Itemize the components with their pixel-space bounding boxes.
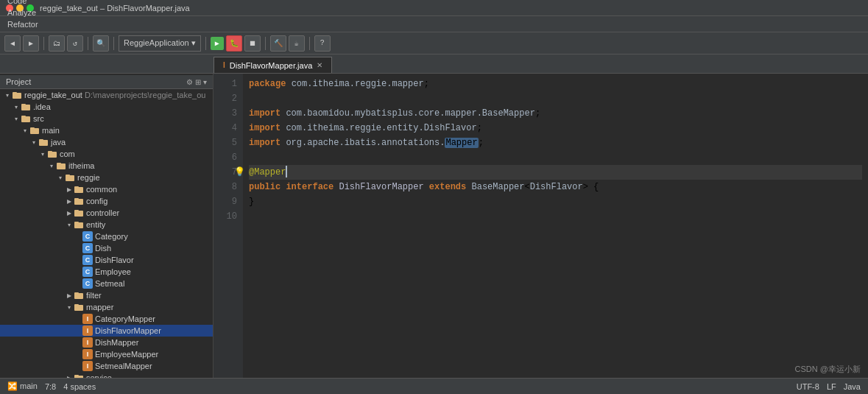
tree-node-label: Setmeal — [95, 279, 124, 288]
menu-item-analyze[interactable]: Analyze — [3, 7, 43, 18]
tree-node-icon: C — [82, 243, 93, 253]
tab-dishflavormapper[interactable]: I DishFlavorMapper.java ✕ — [214, 57, 332, 73]
stop-button[interactable]: ⏹ — [244, 35, 261, 52]
tree-arrow-icon — [74, 314, 82, 323]
tree-node-icon: I — [82, 337, 93, 348]
tree-node[interactable]: ▶common — [0, 183, 213, 195]
tree-node[interactable]: IDishFlavorMapper — [0, 325, 213, 337]
tree-node-label: main — [42, 126, 60, 135]
line-number: 9 — [219, 194, 237, 209]
line-number: 1 — [219, 77, 237, 91]
build-button[interactable]: 🔨 — [270, 35, 286, 52]
tree-arrow-icon: ▾ — [56, 173, 65, 182]
svg-rect-21 — [74, 210, 79, 212]
tree-node[interactable]: ▶controller — [0, 207, 213, 219]
tree-arrow-icon: ▾ — [65, 220, 74, 229]
tree-arrow-icon — [74, 338, 82, 347]
tree-node[interactable]: CDishFlavor — [0, 254, 213, 266]
tree-node-label: EmployeeMapper — [95, 350, 158, 359]
tree-node-label: filter — [86, 291, 102, 300]
toolbar-separator-4 — [205, 37, 206, 50]
svg-rect-29 — [74, 375, 79, 377]
search-button[interactable]: 🔍 — [93, 35, 109, 52]
tree-node[interactable]: ▾.idea — [0, 101, 213, 113]
code-line — [249, 91, 862, 106]
tree-node[interactable]: ▾reggie_take_out D:\mavenprojects\reggie… — [0, 89, 213, 101]
code-line: public interface DishFlavorMapper extend… — [249, 180, 862, 194]
lightbulb-icon[interactable]: 💡 — [234, 165, 245, 180]
tree-node[interactable]: ▶config — [0, 195, 213, 207]
tree-node[interactable]: ▾main — [0, 124, 213, 136]
tree-node[interactable]: ISetmealMapper — [0, 360, 213, 372]
tree-node[interactable]: ▾entity — [0, 219, 213, 231]
menu-item-code[interactable]: Code — [3, 0, 43, 7]
tree-arrow-icon — [74, 279, 82, 288]
tree-arrow-icon — [74, 244, 82, 253]
tree-node[interactable]: ▶filter — [0, 289, 213, 301]
line-number: 10 — [219, 209, 237, 224]
tree-node[interactable]: IDishMapper — [0, 337, 213, 348]
tree-arrow-icon — [74, 350, 82, 359]
svg-rect-7 — [30, 127, 35, 130]
tree-node-label: .idea — [33, 102, 51, 111]
menu-bar: FileEditViewNavigateCodeAnalyzeRefactorB… — [0, 16, 868, 32]
tree-node[interactable]: ▾reggie — [0, 172, 213, 183]
tree-node[interactable]: ▾itheima — [0, 160, 213, 172]
toolbar-separator-5 — [265, 37, 266, 50]
tree-arrow-icon: ▶ — [65, 185, 74, 194]
tree-arrow-icon: ▶ — [65, 291, 74, 300]
line-ending: LF — [827, 382, 836, 391]
project-tree: Project ⚙ ⊞ ▾ ▾reggie_take_out D:\mavenp… — [0, 74, 214, 378]
code-lines[interactable]: package com.itheima.reggie.mapper; impor… — [243, 74, 868, 378]
tree-node[interactable]: IEmployeeMapper — [0, 348, 213, 360]
project-tree-header: Project ⚙ ⊞ ▾ — [0, 75, 213, 89]
tree-node-icon — [29, 125, 40, 136]
svg-rect-17 — [74, 186, 79, 189]
tree-node[interactable]: ▾mapper — [0, 301, 213, 313]
tab-close-button[interactable]: ✕ — [317, 61, 322, 69]
sdk-button[interactable]: ☕ — [289, 35, 305, 52]
tree-node-icon — [74, 184, 84, 194]
tree-node-icon — [21, 102, 31, 112]
window-title: reggie_take_out – DishFlavorMapper.java — [40, 4, 190, 13]
tree-node[interactable]: ▾com — [0, 148, 213, 160]
back-button[interactable]: ◀ — [4, 35, 21, 52]
tree-node-icon — [56, 161, 66, 171]
tree-node[interactable]: CDish — [0, 242, 213, 254]
tree-node-icon — [21, 113, 31, 124]
cursor-position: 7:8 — [45, 382, 56, 391]
debug-button[interactable]: 🐛 — [226, 35, 242, 52]
project-header-label: Project — [6, 77, 31, 86]
tree-node[interactable]: ▶service — [0, 372, 213, 378]
tree-node[interactable]: ICategoryMapper — [0, 313, 213, 325]
tree-arrow-icon: ▾ — [29, 138, 38, 147]
line-number: 3 — [219, 106, 237, 121]
file-button[interactable]: 🗂 — [49, 35, 65, 52]
tree-node[interactable]: CSetmeal — [0, 278, 213, 289]
tree-node-icon: C — [82, 267, 93, 277]
svg-rect-27 — [74, 304, 79, 306]
git-status: 🔀 main — [7, 381, 38, 391]
indent-info: 4 spaces — [63, 382, 96, 391]
menu-item-refactor[interactable]: Refactor — [3, 18, 43, 30]
line-numbers: 12345678910 — [214, 74, 243, 378]
status-right: UTF-8 LF Java — [797, 382, 861, 391]
help-button[interactable]: ? — [314, 35, 331, 52]
tree-node[interactable]: CEmployee — [0, 266, 213, 278]
tree-arrow-icon: ▾ — [47, 161, 56, 170]
tree-arrow-icon — [74, 232, 82, 241]
tree-node-label: mapper — [86, 303, 113, 312]
svg-rect-23 — [74, 222, 79, 224]
forward-button[interactable]: ▶ — [23, 35, 39, 52]
tree-node-icon — [74, 196, 84, 206]
run-config-dropdown[interactable]: ReggieApplication ▾ — [119, 35, 201, 52]
tree-node[interactable]: CCategory — [0, 231, 213, 242]
tree-node[interactable]: ▾java — [0, 136, 213, 148]
toolbar-separator-1 — [43, 37, 44, 50]
refresh-button[interactable]: ↺ — [67, 35, 83, 52]
tree-node[interactable]: ▾src — [0, 113, 213, 124]
run-button[interactable]: ▶ — [211, 37, 224, 50]
line-number: 8 — [219, 180, 237, 194]
code-editor[interactable]: 12345678910 package com.itheima.reggie.m… — [214, 74, 868, 378]
code-line: import org.apache.ibatis.annotations.Map… — [249, 136, 862, 150]
